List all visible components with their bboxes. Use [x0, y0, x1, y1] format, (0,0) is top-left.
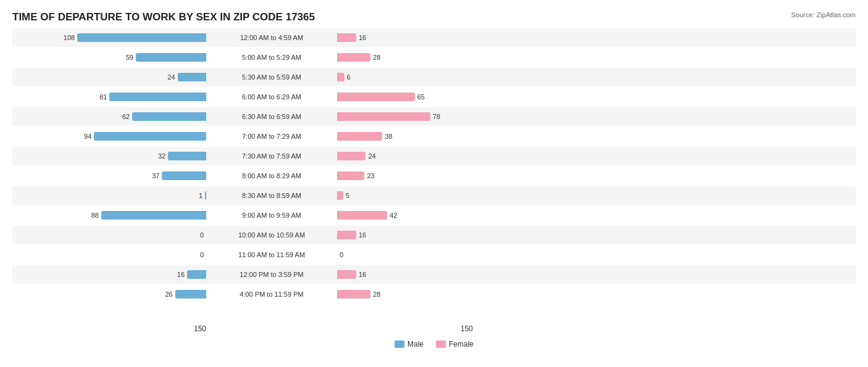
- male-value: 37: [146, 172, 159, 179]
- time-label: 6:00 AM to 6:29 AM: [210, 93, 333, 101]
- right-section: 38: [333, 132, 531, 141]
- time-label: 6:30 AM to 6:59 AM: [210, 113, 333, 120]
- female-bar: [337, 132, 382, 141]
- male-value: 24: [162, 73, 175, 81]
- female-bar: [337, 171, 364, 180]
- chart-row: 37 8:00 AM to 8:29 AM 23: [12, 167, 856, 185]
- female-bar: [337, 270, 356, 279]
- chart-row: 62 6:30 AM to 6:59 AM 78: [12, 107, 856, 126]
- time-label: 7:30 AM to 7:59 AM: [210, 152, 333, 160]
- right-section: 0: [333, 250, 531, 259]
- left-section: 16: [12, 270, 210, 279]
- chart-row: 32 7:30 AM to 7:59 AM 24: [12, 147, 856, 165]
- time-label: 4:00 PM to 11:59 PM: [210, 291, 333, 298]
- left-section: 1: [12, 191, 210, 200]
- male-bar: [205, 191, 206, 200]
- axis-left-value: 150: [12, 324, 210, 333]
- female-bar: [337, 290, 370, 299]
- male-bar: [136, 53, 206, 62]
- right-section: 6: [333, 73, 531, 81]
- right-section: 5: [333, 191, 531, 200]
- male-value: 26: [159, 291, 173, 298]
- right-section: 16: [333, 231, 531, 239]
- chart-row: 59 5:00 AM to 5:29 AM 28: [12, 48, 856, 67]
- female-value: 28: [373, 54, 386, 61]
- female-value: 65: [417, 93, 431, 101]
- female-bar: [337, 112, 430, 121]
- chart-row: 108 12:00 AM to 4:59 AM 16: [12, 28, 856, 47]
- left-section: 0: [12, 250, 210, 259]
- male-bar: [77, 33, 206, 42]
- legend-male: Male: [394, 340, 424, 348]
- left-section: 24: [12, 73, 210, 81]
- right-section: 42: [333, 211, 531, 220]
- time-label: 11:00 AM to 11:59 AM: [210, 251, 333, 258]
- time-label: 8:30 AM to 8:59 AM: [210, 192, 333, 199]
- female-value: 23: [367, 172, 380, 179]
- female-value: 38: [385, 133, 398, 140]
- legend-male-box: [394, 340, 404, 348]
- source-text: Source: ZipAtlas.com: [791, 11, 856, 19]
- male-value: 108: [61, 34, 75, 41]
- female-bar: [337, 231, 356, 239]
- female-value: 16: [359, 271, 372, 278]
- male-bar: [175, 290, 206, 299]
- chart-title: TIME OF DEPARTURE TO WORK BY SEX IN ZIP …: [12, 11, 856, 23]
- left-section: 32: [12, 152, 210, 160]
- right-section: 78: [333, 112, 531, 121]
- time-label: 7:00 AM to 7:29 AM: [210, 133, 333, 140]
- time-label: 12:00 AM to 4:59 AM: [210, 34, 333, 41]
- female-value: 24: [368, 152, 382, 160]
- time-label: 5:30 AM to 5:59 AM: [210, 73, 333, 81]
- male-value: 0: [190, 231, 204, 239]
- male-bar: [178, 73, 206, 81]
- chart-row: 88 9:00 AM to 9:59 AM 42: [12, 206, 856, 225]
- legend-male-label: Male: [407, 340, 424, 348]
- left-section: 59: [12, 53, 210, 62]
- left-section: 62: [12, 112, 210, 121]
- male-bar: [187, 270, 206, 279]
- female-bar: [337, 33, 356, 42]
- male-value: 81: [93, 93, 107, 101]
- male-bar: [132, 112, 206, 121]
- male-bar: [94, 132, 206, 141]
- female-value: 6: [347, 73, 361, 81]
- male-value: 62: [116, 113, 130, 120]
- right-section: 28: [333, 290, 531, 299]
- chart-row: 16 12:00 PM to 3:59 PM 16: [12, 265, 856, 284]
- chart-row: 1 8:30 AM to 8:59 AM 5: [12, 186, 856, 205]
- left-section: 94: [12, 132, 210, 141]
- left-section: 81: [12, 93, 210, 101]
- male-value: 1: [189, 192, 202, 199]
- legend-female-label: Female: [449, 340, 474, 348]
- chart-row: 24 5:30 AM to 5:59 AM 6: [12, 68, 856, 86]
- left-section: 37: [12, 171, 210, 180]
- axis-row: 150 150: [12, 323, 856, 335]
- right-section: 16: [333, 33, 531, 42]
- male-bar: [109, 93, 206, 101]
- chart-row: 26 4:00 PM to 11:59 PM 28: [12, 285, 856, 303]
- male-value: 94: [78, 133, 91, 140]
- left-section: 26: [12, 290, 210, 299]
- male-value: 32: [152, 152, 165, 160]
- male-bar: [168, 152, 206, 160]
- chart-row: 0 11:00 AM to 11:59 AM 0: [12, 245, 856, 264]
- female-bar: [337, 191, 343, 200]
- chart-row: 94 7:00 AM to 7:29 AM 38: [12, 127, 856, 146]
- male-value: 88: [85, 212, 99, 219]
- male-bar: [101, 211, 206, 220]
- legend-female-box: [436, 340, 446, 348]
- female-value: 28: [373, 291, 386, 298]
- right-section: 16: [333, 270, 531, 279]
- time-label: 10:00 AM to 10:59 AM: [210, 231, 333, 239]
- left-section: 108: [12, 33, 210, 42]
- time-label: 5:00 AM to 5:29 AM: [210, 54, 333, 61]
- time-label: 8:00 AM to 8:29 AM: [210, 172, 333, 179]
- time-label: 12:00 PM to 3:59 PM: [210, 271, 333, 278]
- female-bar: [337, 73, 344, 81]
- female-bar: [337, 152, 365, 160]
- female-value: 0: [340, 251, 353, 258]
- female-bar: [337, 211, 387, 220]
- time-label: 9:00 AM to 9:59 AM: [210, 212, 333, 219]
- chart-container: TIME OF DEPARTURE TO WORK BY SEX IN ZIP …: [0, 0, 868, 367]
